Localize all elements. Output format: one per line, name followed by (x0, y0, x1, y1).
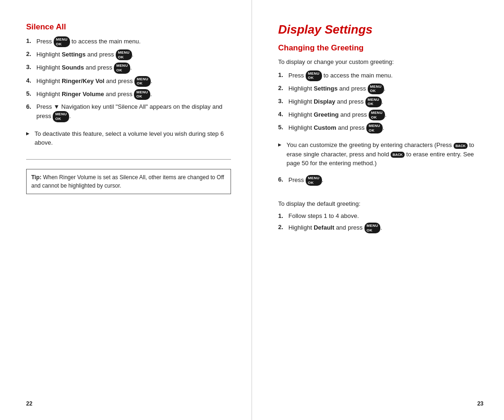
left-page-number: 22 (26, 400, 32, 407)
menu-ok-btn-r1: MENUOK (306, 70, 322, 81)
right-step-3: Highlight Display and press MENUOK. (278, 97, 483, 107)
right-intro: To display or change your custom greetin… (278, 57, 483, 67)
right-sub-intro: To display the default greeting: (278, 199, 483, 209)
right-step-1: Press MENUOK to access the main menu. (278, 70, 483, 81)
right-step-4: Highlight Greeting and press MENUOK. (278, 110, 483, 120)
right-sub-steps-list: Follow steps 1 to 4 above. Highlight Def… (278, 211, 483, 236)
tip-text: When Ringer Volume is set as Silence All… (31, 174, 224, 189)
tip-label: Tip: (31, 174, 42, 181)
back-btn-2: BACK (391, 152, 405, 158)
right-section-title: Display Settings (278, 22, 483, 37)
menu-ok-btn-r5: MENUOK (366, 123, 383, 133)
back-btn-1: BACK (454, 143, 468, 149)
left-step-4: Highlight Ringer/Key Vol and press MENUO… (26, 76, 231, 87)
right-step-2: Highlight Settings and press MENUOK. (278, 84, 483, 94)
left-step-5: Highlight Ringer Volume and press MENUOK… (26, 89, 231, 100)
left-steps-list: Press MENUOK to access the main menu. Hi… (26, 36, 231, 125)
left-section-title: Silence All (26, 22, 231, 32)
menu-ok-btn-5: MENUOK (134, 89, 150, 100)
right-step6-list: Press MENUOK. (278, 175, 483, 188)
right-subsection-title: Changing the Greeting (278, 43, 483, 53)
left-step-3: Highlight Sounds and press MENUOK. (26, 63, 231, 73)
menu-ok-btn-4: MENUOK (134, 76, 151, 87)
left-step-1: Press MENUOK to access the main menu. (26, 36, 231, 47)
menu-ok-btn-6: MENUOK (53, 111, 69, 122)
menu-ok-btn-r6: MENUOK (306, 175, 322, 186)
right-page-number: 23 (477, 400, 483, 407)
right-page: Display Settings Changing the Greeting T… (252, 0, 504, 420)
left-page: Silence All Press MENUOK to access the m… (0, 0, 252, 420)
left-step-6: Press ▼ Navigation key until "Silence Al… (26, 102, 231, 122)
menu-ok-btn-1: MENUOK (54, 36, 70, 47)
left-step-2: Highlight Settings and press MENUOK. (26, 49, 231, 60)
right-bullet-1: You can customize the greeting by enteri… (278, 140, 483, 168)
menu-ok-btn-3: MENUOK (114, 63, 130, 73)
right-steps-list: Press MENUOK to access the main menu. Hi… (278, 70, 483, 136)
menu-ok-btn-r2: MENUOK (368, 84, 384, 94)
right-sub-step-1: Follow steps 1 to 4 above. (278, 211, 483, 221)
menu-ok-btn-2: MENUOK (116, 49, 132, 60)
right-sub-step-2: Highlight Default and press MENUOK. (278, 223, 483, 233)
left-bullet-list: To deactivate this feature, select a vol… (26, 129, 231, 150)
tip-box: Tip: When Ringer Volume is set as Silenc… (26, 169, 231, 194)
right-step-6: Press MENUOK. (278, 175, 483, 186)
right-step-5: Highlight Custom and press MENUOK. (278, 123, 483, 133)
menu-ok-btn-r4: MENUOK (369, 110, 385, 120)
left-bullet-1: To deactivate this feature, select a vol… (26, 129, 231, 147)
menu-ok-btn-r7: MENUOK (364, 223, 381, 233)
right-bullet-list: You can customize the greeting by enteri… (278, 140, 483, 170)
left-divider (26, 159, 231, 160)
menu-ok-btn-r3: MENUOK (365, 97, 382, 107)
